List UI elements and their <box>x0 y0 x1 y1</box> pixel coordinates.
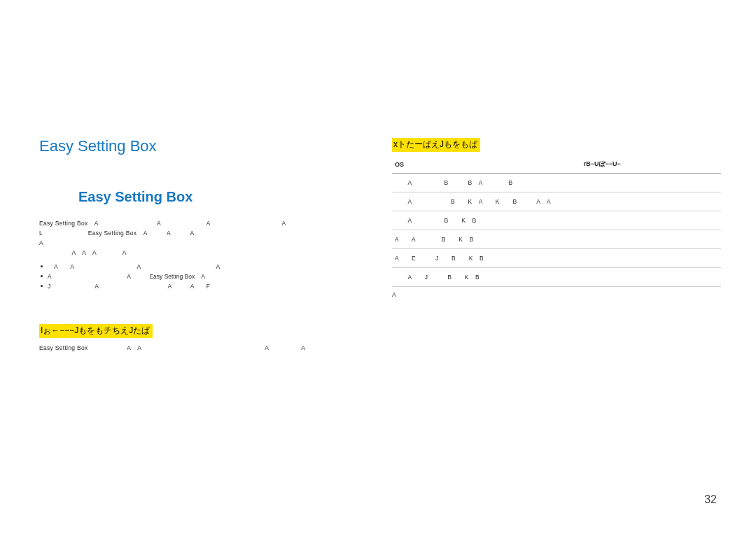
description-line: A <box>39 238 386 248</box>
cell-text: A A B K B <box>395 236 474 243</box>
cell-text: A B K B <box>395 217 476 224</box>
table-cell: A B K B <box>392 211 581 230</box>
table-cell <box>581 249 721 268</box>
cell-text: A E J B K B <box>395 255 484 262</box>
description-block: Easy Setting Box A A A A L Easy Setting … <box>39 218 386 291</box>
restrictions-body: Easy Setting Box A A A A <box>39 343 386 353</box>
table-header-hw: rB−Uぽ−−U− <box>581 157 721 174</box>
cell-text: A B K A K B A A <box>395 198 577 205</box>
restrictions-heading-wrap: Iぉ←−−−JもをもチちえJたぱ <box>39 323 386 338</box>
table-row: A B K A K B A A <box>392 192 721 211</box>
table-row: A J B K B <box>392 268 721 287</box>
bullet-item: A A Easy Setting Box A <box>39 272 386 281</box>
table-row: A B K B <box>392 211 721 230</box>
table-cell <box>581 174 721 192</box>
page-title: Easy Setting Box <box>39 137 386 155</box>
table-cell: A E J B K B <box>392 249 581 268</box>
bullet-list: A A A A A A Easy Setting Box A J A A A F <box>39 262 386 291</box>
restrictions-heading: Iぉ←−−−JもをもチちえJたぱ <box>39 324 153 338</box>
sysreq-heading: xトたーぱえJもをもぱ <box>392 138 480 152</box>
document-page: Easy Setting Box Easy Setting Box Easy S… <box>0 0 756 534</box>
description-line: L Easy Setting Box A A A <box>39 228 386 238</box>
page-number: 32 <box>704 493 717 506</box>
product-logo: Easy Setting Box <box>78 189 425 205</box>
table-header-os: OS <box>392 157 581 174</box>
bullet-item: A A A A <box>39 262 386 272</box>
description-line: A A A A <box>39 248 386 258</box>
restrictions-text: Easy Setting Box A A A A <box>39 343 386 353</box>
table-cell: A B K A K B A A <box>392 192 581 211</box>
table-row: A B B A B <box>392 174 721 192</box>
cell-text: A B B A B <box>395 179 512 186</box>
table-row: A E J B K B <box>392 249 721 268</box>
table-cell <box>581 192 721 211</box>
table-cell: A B B A B <box>392 174 581 192</box>
cell-text: A J B K B <box>395 274 479 281</box>
table-row: A A B K B <box>392 230 721 249</box>
table-cell: A A B K B <box>392 230 581 249</box>
sysreq-table: OS rB−Uぽ−−U− A B B A B A B K A K B A A A <box>392 157 721 287</box>
sysreq-heading-wrap: xトたーぱえJもをもぱ <box>392 137 721 152</box>
table-cell <box>581 211 721 230</box>
bullet-item: J A A A F <box>39 281 386 291</box>
sysreq-table-wrap: OS rB−Uぽ−−U− A B B A B A B K A K B A A A <box>392 157 721 300</box>
table-cell <box>581 268 721 287</box>
table-footnote: A <box>392 290 721 300</box>
description-line: Easy Setting Box A A A A <box>39 218 386 228</box>
table-cell: A J B K B <box>392 268 581 287</box>
table-cell <box>581 230 721 249</box>
